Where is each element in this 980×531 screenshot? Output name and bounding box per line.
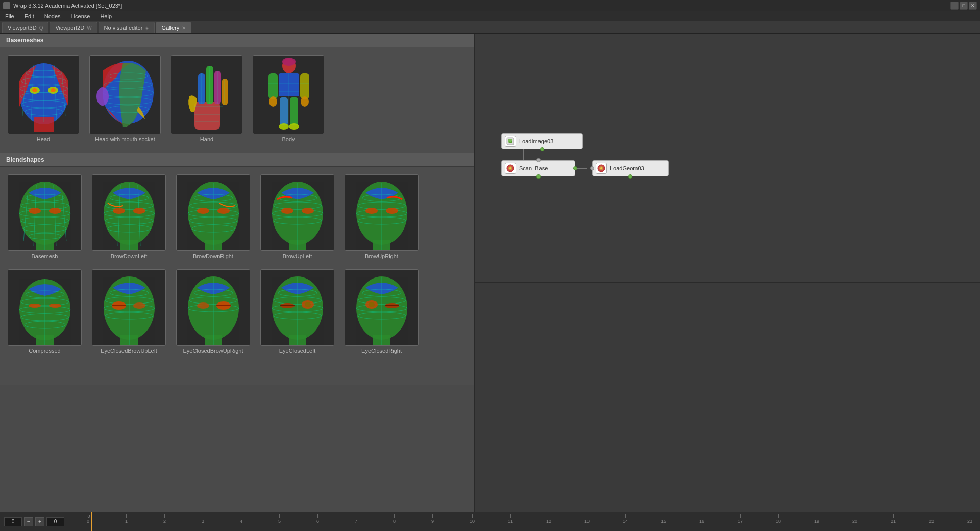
gallery-item-hand[interactable]: Hand: [168, 53, 245, 145]
eyeclosedbrowupleft-label: EyeClosedBrowUpLeft: [101, 348, 157, 354]
compressed-label: Compressed: [29, 348, 60, 354]
basemeshes-grid: Head: [0, 47, 474, 153]
head-label: Head: [37, 136, 50, 142]
svg-point-41: [282, 58, 296, 66]
gallery-item-browupright[interactable]: BrowUpRight: [342, 172, 421, 262]
menu-license[interactable]: License: [69, 13, 92, 19]
timeline: 0 − + 0 0 012345678910111213141516171819…: [0, 512, 980, 531]
timeline-minus-btn[interactable]: −: [24, 517, 33, 526]
svg-point-50: [289, 123, 299, 130]
svg-rect-31: [222, 79, 228, 105]
timeline-start-input[interactable]: 0: [4, 517, 22, 526]
menubar: File Edit Nodes License Help: [0, 11, 980, 21]
node-scanbase[interactable]: Scan_Base: [501, 160, 575, 176]
gallery-item-browdownright[interactable]: BrowDownRight: [174, 172, 253, 262]
close-button[interactable]: ✕: [969, 2, 977, 10]
svg-point-70: [29, 208, 41, 214]
menu-nodes[interactable]: Nodes: [42, 13, 63, 19]
menu-edit[interactable]: Edit: [22, 13, 36, 19]
timeline-cursor[interactable]: [91, 512, 92, 531]
loadgeom03-out-connector[interactable]: [628, 174, 632, 179]
tab-viewport3d[interactable]: Viewport3D Q: [2, 22, 48, 33]
svg-point-114: [365, 208, 378, 214]
timeline-ruler[interactable]: 0 01234567891011121314151617181920212223…: [82, 512, 980, 531]
tab-gallery-label: Gallery: [161, 24, 179, 31]
svg-point-126: [49, 304, 61, 308]
blendshapes-header: Blendshapes: [0, 153, 474, 167]
browdownleft-label: BrowDownLeft: [111, 253, 148, 259]
svg-point-49: [279, 123, 289, 130]
gallery-scroll-area[interactable]: Basemeshes: [0, 34, 474, 531]
scanbase-out-connector[interactable]: [536, 174, 541, 179]
scanbase-right-connector[interactable]: [573, 166, 577, 170]
tab-gallery-close-icon[interactable]: ✕: [182, 25, 186, 31]
maximize-button[interactable]: □: [960, 2, 968, 10]
svg-point-159: [305, 302, 311, 307]
menu-file[interactable]: File: [3, 13, 16, 19]
node-connections: [475, 34, 980, 282]
svg-point-181: [600, 167, 602, 169]
minimize-button[interactable]: ─: [950, 2, 959, 10]
eyeclosedbrowupright-thumbnail: [176, 269, 250, 346]
svg-point-46: [301, 96, 309, 107]
svg-point-95: [217, 208, 230, 214]
gallery-item-eyeclosedbrowupleft[interactable]: EyeClosedBrowUpLeft: [89, 267, 168, 357]
node-loadimage03[interactable]: LoadImage03: [501, 133, 583, 149]
tab-no-visual-editor-icon: ◈: [145, 25, 149, 31]
tab-viewport2d[interactable]: Viewport2D W: [50, 22, 97, 33]
node-area-bottom[interactable]: [475, 283, 980, 532]
body-svg: [253, 56, 324, 134]
gallery-item-basemesh[interactable]: Basemesh: [5, 172, 84, 262]
svg-point-145: [197, 302, 209, 309]
gallery-item-eyeclosedbrowupright[interactable]: EyeClosedBrowUpRight: [174, 267, 253, 357]
svg-point-71: [49, 208, 61, 214]
svg-point-17: [51, 88, 56, 92]
svg-point-125: [29, 304, 41, 308]
gallery-item-browupleft[interactable]: BrowUpLeft: [258, 172, 337, 262]
gallery-item-compressed[interactable]: Compressed: [5, 267, 84, 357]
loadimage03-out-connector[interactable]: [540, 147, 544, 151]
gallery-item-head-mouth[interactable]: Head with mouth socket: [87, 53, 163, 145]
timeline-controls: 0 − + 0: [0, 517, 82, 526]
menu-help[interactable]: Help: [98, 13, 114, 19]
svg-rect-30: [214, 71, 221, 104]
svg-rect-27: [194, 102, 220, 130]
node-loadgeom03[interactable]: LoadGeom03: [592, 160, 669, 176]
tab-viewport3d-shortcut: Q: [39, 25, 43, 31]
eyeclosedright-thumbnail: [345, 269, 419, 346]
svg-rect-44: [300, 73, 309, 99]
blendshapes-grid: Basemesh: [0, 167, 474, 365]
app-icon: [3, 2, 10, 9]
browupright-label: BrowUpRight: [365, 253, 398, 259]
scanbase-in-connector[interactable]: [536, 158, 541, 162]
timeline-plus-btn[interactable]: +: [35, 517, 44, 526]
node-area-top[interactable]: LoadImage03 Scan_Base: [475, 34, 980, 283]
eyeclosedbrowupright-label: EyeClosedBrowUpRight: [183, 348, 243, 354]
svg-rect-28: [198, 73, 205, 104]
svg-point-169: [369, 302, 375, 307]
scanbase-icon: [505, 163, 516, 174]
titlebar-controls: ─ □ ✕: [950, 2, 977, 10]
basemesh-blend-label: Basemesh: [32, 253, 58, 259]
hand-thumbnail: [171, 55, 242, 134]
svg-point-115: [386, 208, 398, 214]
loadgeom03-left-connector[interactable]: [590, 166, 594, 170]
gallery-item-eyeclosedright[interactable]: EyeClosedRight: [342, 267, 421, 357]
loadgeom-icon: [596, 163, 607, 174]
svg-point-105: [302, 208, 314, 214]
head-mouth-thumbnail: [89, 55, 161, 134]
svg-rect-43: [268, 73, 278, 99]
svg-point-25: [96, 87, 109, 106]
loadimage03-label: LoadImage03: [519, 138, 553, 144]
timeline-end-input[interactable]: 0: [46, 517, 64, 526]
head-mouth-svg: [90, 56, 161, 134]
tab-gallery[interactable]: Gallery ✕: [156, 22, 191, 33]
tab-no-visual-editor[interactable]: No visual editor ◈: [99, 22, 155, 33]
gallery-item-browdownleft[interactable]: BrowDownLeft: [89, 172, 168, 262]
head-thumbnail: [8, 55, 79, 134]
gallery-item-body[interactable]: Body: [250, 53, 327, 145]
basemeshes-header: Basemeshes: [0, 34, 474, 47]
body-label: Body: [282, 136, 295, 142]
gallery-item-eyeclosedleft[interactable]: EyeClosedLeft: [258, 267, 337, 357]
gallery-item-head[interactable]: Head: [5, 53, 82, 145]
